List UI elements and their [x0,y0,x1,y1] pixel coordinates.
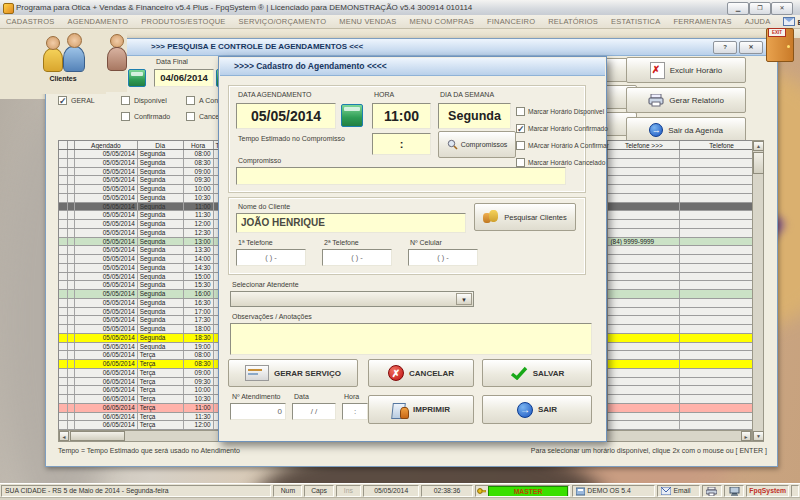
scroll-up-icon[interactable]: ▲ [753,141,764,151]
cell-telefone2 [680,325,763,333]
vertical-scrollbar[interactable]: ▲ ▼ [752,140,764,442]
row-marker2 [68,386,75,394]
gerar-servico-button[interactable]: GERAR SERVIÇO [228,359,358,387]
celular-field[interactable]: ( ) - [408,249,478,266]
menu-produtos[interactable]: PRODUTOS/ESTOQUE [141,17,225,26]
data-final-field[interactable]: 04/06/2014 [154,69,214,87]
filter-aconfirmar-checkbox[interactable] [186,96,195,105]
row-marker2 [68,281,75,289]
status-printer[interactable] [702,485,722,497]
gerar-relatorio-button[interactable]: Gerar Relatório [626,87,746,113]
cell-hora: 12:00 [184,220,214,228]
toolbar-clientes-button[interactable]: Clientes [20,30,106,94]
menu-servico[interactable]: SERVIÇO/ORÇAMENTO [239,17,327,26]
minimize-button[interactable]: ▁ [727,2,749,15]
tel2-field[interactable]: ( ) - [322,249,392,266]
dialog-title-bar[interactable]: >>>> Cadastro do Agendamento <<<< [220,58,605,76]
menu-cadastros[interactable]: CADASTROS [6,17,54,26]
agenda-help-button[interactable]: ? [713,41,737,54]
filter-disponivel-checkbox[interactable] [121,96,130,105]
menu-ajuda[interactable]: AJUDA [745,17,771,26]
compromissos-button[interactable]: Compromissos [438,131,516,158]
data-agendamento-field[interactable]: 05/05/2014 [236,103,336,129]
cell-agendado: 05/05/2014 [75,246,138,254]
cancelar-button[interactable]: ✗ CANCELAR [368,359,474,387]
main-title-bar: Programa para Otica + Vendas & Financeir… [0,0,800,16]
filter-cancelado-checkbox[interactable] [186,112,195,121]
row-marker [59,220,68,228]
atendente-select[interactable]: ▼ [230,291,474,307]
scroll-right-icon[interactable]: ► [741,431,751,441]
sair-button[interactable]: → SAIR [482,395,592,424]
cell-agendado: 05/05/2014 [75,264,138,272]
menu-financeiro[interactable]: FINANCEIRO [487,17,535,26]
status-master-badge: MASTER [488,486,569,497]
close-button[interactable]: ✕ [771,2,793,15]
tel1-field[interactable]: ( ) - [236,249,306,266]
dialog-calendar-button[interactable] [341,104,363,127]
scroll-down-icon[interactable]: ▼ [753,431,764,441]
horizontal-scroll-thumb[interactable] [70,431,125,441]
data-inicial-calendar-button[interactable] [128,69,146,87]
agenda-close-button[interactable]: ✕ [739,41,763,54]
scroll-left-icon[interactable]: ◄ [59,431,69,441]
menu-compras[interactable]: MENU COMPRAS [409,17,474,26]
toolbar-exit-button[interactable]: EXIT [766,28,794,62]
pesquisar-clientes-button[interactable]: Pesquisar Clientes [474,203,576,231]
menu-relatorios[interactable]: RELATÓRIOS [548,17,598,26]
cell-dia: Segunda [138,194,184,202]
cell-agendado: 05/05/2014 [75,343,138,351]
data-field[interactable]: / / [292,403,336,420]
cell-telefone2 [680,238,763,246]
menu-email[interactable]: E-MAIL [783,16,800,27]
compromisso-field[interactable] [236,167,566,185]
marcar-cancelado-checkbox[interactable] [516,158,525,167]
cell-dia: Terça [138,360,184,368]
toolbar-partial-icon[interactable] [106,30,127,92]
exit-sign: EXIT [768,28,786,37]
cell-agendado: 05/05/2014 [75,325,138,333]
num-atendimento-field[interactable]: 0 [230,403,286,420]
marcar-confirmado-checkbox[interactable]: ✓ [516,124,525,133]
marcar-aconfirmar-checkbox[interactable] [516,141,525,150]
status-email[interactable]: Email [657,485,700,497]
cell-dia: Segunda [138,299,184,307]
marcar-disponivel-checkbox[interactable] [516,107,525,116]
cell-telefone2 [680,255,763,263]
cell-telefone1 [608,159,680,167]
filter-geral-checkbox[interactable]: ✓ [58,96,67,105]
cell-agendado: 06/05/2014 [75,404,138,412]
row-marker [59,264,68,272]
menu-ferramentas[interactable]: FERRAMENTAS [673,17,731,26]
cell-telefone1 [608,281,680,289]
chevron-down-icon[interactable]: ▼ [456,293,472,305]
cell-dia: Terça [138,413,184,421]
status-network[interactable] [724,485,745,497]
menu-estatistica[interactable]: ESTATISTICA [611,17,660,26]
observacoes-textarea[interactable] [230,323,592,355]
filter-confirmado-checkbox[interactable] [121,112,130,121]
cell-telefone2 [680,395,763,403]
dia-semana-field[interactable]: Segunda [438,103,511,129]
hora-field[interactable]: 11:00 [372,103,431,129]
cell-hora: 17:00 [184,308,214,316]
toolbar-clientes-label: Clientes [20,75,106,82]
hora2-field[interactable]: : [342,403,368,420]
cell-telefone2 [680,264,763,272]
cell-dia: Terça [138,395,184,403]
cell-hora: 14:00 [184,255,214,263]
imprimir-button[interactable]: IMPRIMIR [368,395,474,424]
salvar-button[interactable]: SALVAR [482,359,592,387]
dia-semana-label: DIA DA SEMANA [440,91,494,98]
agenda-title-bar[interactable]: >>> PESQUISA E CONTROLE DE AGENDAMENTOS … [46,39,777,56]
row-marker2 [68,360,75,368]
excluir-horario-button[interactable]: ✗ Excluir Horário [626,57,746,83]
menu-agendamento[interactable]: AGENDAMENTO [67,17,128,26]
row-marker [59,229,68,237]
nome-cliente-field[interactable]: JOÃO HENRIQUE [236,213,466,233]
menu-vendas[interactable]: MENU VENDAS [339,17,396,26]
restore-button[interactable]: ❐ [749,2,771,15]
vertical-scroll-thumb[interactable] [753,152,764,174]
cell-telefone1 [608,351,680,359]
tempo-estimado-field[interactable]: : [372,133,431,155]
